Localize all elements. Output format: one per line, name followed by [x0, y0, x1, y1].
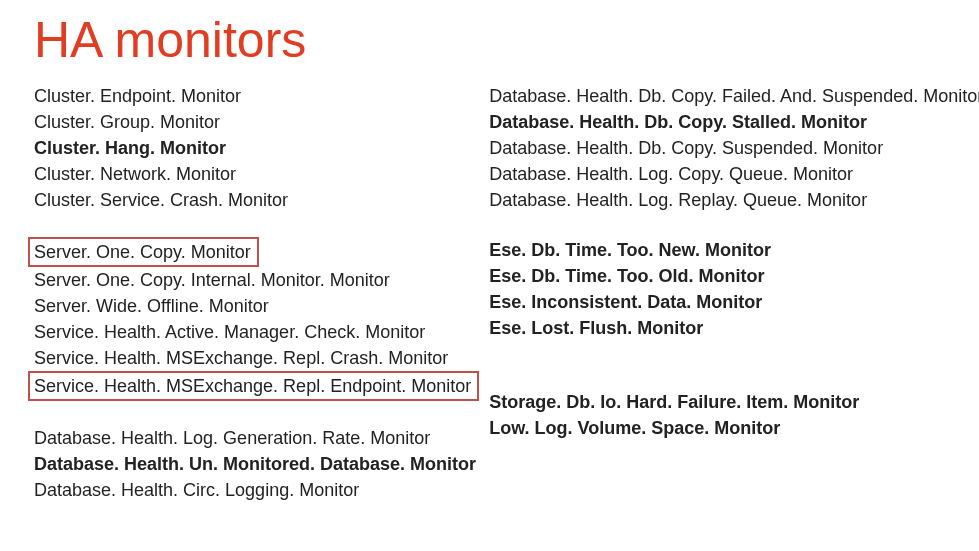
list-item: Database. Health. Log. Copy. Queue. Moni…	[489, 161, 979, 187]
list-item: Database. Health. Un. Monitored. Databas…	[34, 451, 479, 477]
list-item: Service. Health. MSExchange. Repl. Crash…	[34, 345, 479, 371]
list-item: Database. Health. Db. Copy. Stalled. Mon…	[489, 109, 979, 135]
list-item: Cluster. Hang. Monitor	[34, 135, 479, 161]
list-item: Storage. Db. Io. Hard. Failure. Item. Mo…	[489, 389, 979, 415]
list-item: Cluster. Group. Monitor	[34, 109, 479, 135]
columns: Cluster. Endpoint. Monitor Cluster. Grou…	[34, 83, 945, 527]
highlighted-item: Server. One. Copy. Monitor	[28, 237, 259, 267]
group-server: Server. One. Copy. Monitor Server. One. …	[34, 237, 479, 401]
list-item: Database. Health. Log. Generation. Rate.…	[34, 425, 479, 451]
group-ese: Ese. Db. Time. Too. New. Monitor Ese. Db…	[489, 237, 979, 341]
list-item: Server. One. Copy. Internal. Monitor. Mo…	[34, 267, 479, 293]
group-storage: Storage. Db. Io. Hard. Failure. Item. Mo…	[489, 389, 979, 441]
list-item: Database. Health. Db. Copy. Suspended. M…	[489, 135, 979, 161]
list-item: Ese. Db. Time. Too. Old. Monitor	[489, 263, 979, 289]
list-item: Ese. Db. Time. Too. New. Monitor	[489, 237, 979, 263]
list-item: Ese. Inconsistent. Data. Monitor	[489, 289, 979, 315]
group-dbhealth-right: Database. Health. Db. Copy. Failed. And.…	[489, 83, 979, 213]
slide: HA monitors Cluster. Endpoint. Monitor C…	[0, 0, 979, 551]
group-cluster: Cluster. Endpoint. Monitor Cluster. Grou…	[34, 83, 479, 213]
page-title: HA monitors	[34, 14, 945, 67]
highlighted-item: Service. Health. MSExchange. Repl. Endpo…	[28, 371, 479, 401]
col-right: Database. Health. Db. Copy. Failed. And.…	[489, 83, 979, 527]
list-item: Cluster. Endpoint. Monitor	[34, 83, 479, 109]
list-item: Database. Health. Db. Copy. Failed. And.…	[489, 83, 979, 109]
list-item: Cluster. Service. Crash. Monitor	[34, 187, 479, 213]
list-item: Ese. Lost. Flush. Monitor	[489, 315, 979, 341]
list-item: Database. Health. Log. Replay. Queue. Mo…	[489, 187, 979, 213]
list-item: Cluster. Network. Monitor	[34, 161, 479, 187]
list-item: Database. Health. Circ. Logging. Monitor	[34, 477, 479, 503]
col-left: Cluster. Endpoint. Monitor Cluster. Grou…	[34, 83, 479, 527]
group-dbhealth-left: Database. Health. Log. Generation. Rate.…	[34, 425, 479, 503]
list-item: Server. Wide. Offline. Monitor	[34, 293, 479, 319]
list-item: Low. Log. Volume. Space. Monitor	[489, 415, 979, 441]
list-item: Service. Health. Active. Manager. Check.…	[34, 319, 479, 345]
